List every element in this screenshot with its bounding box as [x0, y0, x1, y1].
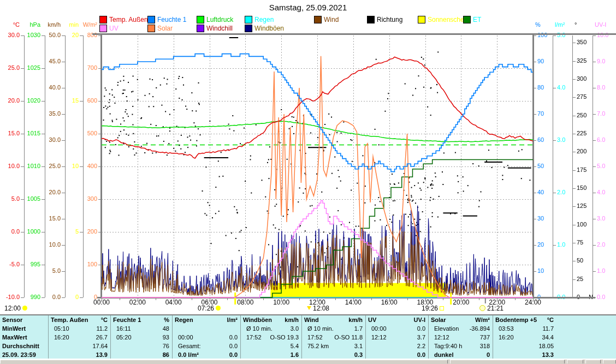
table-col-labels: SensorMinWertMaxWertDurchschnitt25.09. 2…: [0, 315, 48, 359]
cell-value: 11.2: [96, 324, 108, 333]
table-cell: Durchschnitt: [0, 342, 48, 350]
row-label: Durchschnitt: [2, 342, 39, 350]
legend-label: Wind: [324, 16, 339, 23]
table-col-Temp. Außen: Temp. Außen°C05:1011.216:2026.717.6413.9: [48, 315, 111, 359]
marker-sunset: 19:26: [422, 305, 444, 312]
table-col-Windböen: Windböenkm/hØ 10 min.3.017:52O-SO 19.35.…: [240, 315, 302, 359]
legend-label: ET: [473, 16, 481, 23]
cell-value: 5.4: [291, 342, 299, 350]
legend-label: Temp. Außen: [109, 16, 148, 23]
cell-time: 16:20: [54, 333, 69, 342]
table-cell: 16:2026.7: [49, 333, 111, 342]
row-label: Sensor: [2, 315, 22, 324]
legend-swatch-wind: [314, 16, 322, 23]
moon-icon: [479, 305, 485, 311]
legend-swatch-windboeen: [245, 25, 252, 32]
table-cell: 12:123.7: [366, 333, 429, 342]
col-title: Bodentemp +5: [495, 315, 537, 324]
cell-value: 0.0: [229, 333, 238, 342]
legend-item-et: ET: [463, 16, 481, 23]
cell-value: 318: [480, 342, 490, 350]
legend-item-luftdruck: Luftdruck: [197, 16, 233, 23]
cell-value: 3.0: [291, 324, 299, 333]
legend-swatch-regen: [245, 16, 252, 23]
cell-time: 12:12: [434, 333, 449, 342]
legend-item-sonnenschein: Sonnenschein: [418, 16, 469, 23]
legend-swatch-sonnenschein: [418, 16, 425, 23]
table-cell: 17:52O-SO 11.8: [302, 333, 366, 342]
marker-sunrise: 07:26: [198, 305, 221, 312]
table-cell: 03:5311.7: [493, 324, 557, 333]
col-title: Feuchte 1: [113, 315, 141, 324]
row-label: 25.09. 23:59: [2, 350, 36, 359]
legend-item-windchill: Windchill: [197, 25, 233, 32]
col-unit: °C: [101, 315, 108, 324]
legend-item-feuchte-1: Feuchte 1: [147, 16, 186, 23]
cell-value: 34.4: [542, 333, 554, 342]
table-cell: MaxWert: [0, 333, 48, 342]
table-cell: 17.64: [49, 342, 111, 350]
weather-chart-canvas: [0, 0, 616, 314]
legend-item-uv: UV: [99, 25, 119, 32]
table-cell: 05:1011.2: [49, 324, 111, 333]
col-title: Temp. Außen: [51, 315, 88, 324]
table-cell: Regenl/m²: [173, 315, 241, 324]
table-cell: 0.3: [302, 350, 366, 359]
table-cell: SolarW/m²: [429, 315, 493, 324]
cell-time: Gesamt:: [178, 342, 201, 350]
cell-value: 2.2: [417, 342, 425, 350]
marker-dusk: 21:21: [479, 305, 504, 312]
table-cell: 1.6: [241, 350, 302, 359]
cell-value: 3.7: [417, 333, 425, 342]
table-cell: Bodentemp +5°C: [493, 315, 557, 324]
table-cell: Feuchte 1%: [111, 315, 173, 324]
cell-time: 00:00: [371, 324, 387, 333]
cell-time: 05:10: [54, 324, 69, 333]
legend-label: Richtung: [377, 16, 402, 23]
cell-time: 17:52: [307, 333, 323, 342]
cell-value: 13.3: [542, 350, 554, 359]
legend-label: Regen: [254, 16, 274, 23]
table-cell: 0.0 l/m²0.0: [173, 350, 241, 359]
col-title: Solar: [431, 315, 446, 324]
marker-moon-time-time: 12:00: [4, 305, 21, 312]
legend-item-solar: Solar: [147, 25, 173, 32]
col-title: UV: [368, 315, 376, 324]
col-unit: km/h: [285, 315, 299, 324]
marker-solar-noon: 12:08: [307, 305, 329, 312]
col-title: Windböen: [243, 315, 272, 324]
table-cell: Gesamt:0.0: [173, 342, 241, 350]
table-cell: 25.09. 23:59: [0, 350, 48, 359]
legend-label: Luftdruck: [206, 16, 233, 23]
table-cell: Elevation-36.894: [429, 324, 493, 333]
cell-value: 13.9: [96, 350, 108, 359]
legend-swatch-et: [463, 16, 471, 23]
cell-value: 0: [487, 350, 490, 359]
table-cell: 75.2 km3.1: [302, 342, 366, 350]
table-cell: 2.2: [366, 342, 429, 350]
cell-value: 86: [163, 350, 169, 359]
cell-value: 26.7: [96, 333, 108, 342]
table-cell: 0.0: [366, 350, 429, 359]
table-cell: [173, 324, 241, 333]
cell-value: 76: [163, 342, 169, 350]
table-col-Bodentemp +5: Bodentemp +5°C03:5311.716:2034.418.0513.…: [493, 315, 557, 359]
arrow-down-icon: [307, 306, 311, 310]
legend-label: Windchill: [206, 25, 233, 32]
cell-time: 0.0 l/m²: [178, 350, 199, 359]
statusbar-segment: [567, 360, 583, 363]
page-title: Samstag, 25.09.2021: [0, 3, 616, 12]
cell-value: 1.7: [354, 324, 363, 333]
legend-swatch-windchill: [197, 25, 204, 32]
marker-moon-time: 12:00: [4, 305, 27, 312]
cell-value: 0.0: [229, 342, 238, 350]
stats-table: SensorMinWertMaxWertDurchschnitt25.09. 2…: [0, 314, 616, 360]
table-cell: 12:12737: [429, 333, 493, 342]
cell-value: 0.0: [417, 324, 425, 333]
cell-value: 17.64: [92, 342, 108, 350]
legend-swatch-richtung: [367, 16, 375, 23]
cell-time: 75.2 km: [307, 342, 329, 350]
cell-time: Elevation: [434, 324, 459, 333]
col-unit: l/m²: [227, 315, 238, 324]
cell-value: 737: [480, 333, 490, 342]
